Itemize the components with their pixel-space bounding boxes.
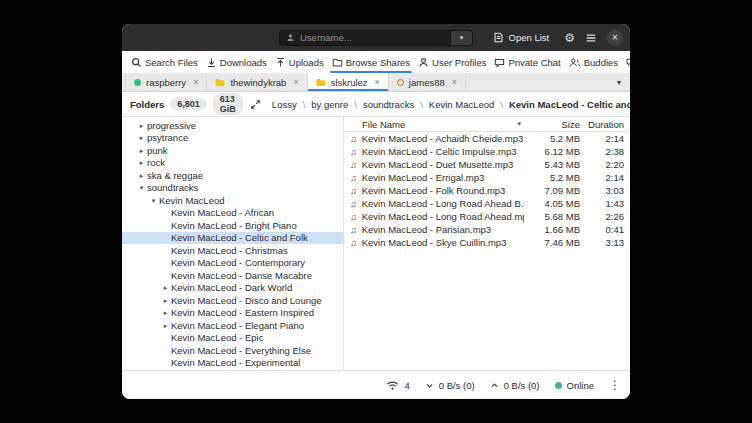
upload-rate-status[interactable]: 0 B/s (0) — [490, 380, 540, 391]
buddies-icon — [569, 57, 581, 68]
file-size: 6.12 MB — [524, 146, 580, 157]
file-row[interactable]: Kevin MacLeod - Duet Musette.mp3 5.43 MB… — [344, 158, 630, 171]
close-icon[interactable]: × — [193, 77, 198, 87]
tree-folder-label: Kevin MacLeod - Everything Else — [171, 345, 311, 356]
music-note-icon — [350, 225, 357, 235]
tab-private-chat[interactable]: Private Chat — [490, 51, 564, 73]
user-tab-james88[interactable]: james88 × — [389, 73, 466, 91]
user-tab-thewindykrab[interactable]: thewindykrab × — [207, 73, 307, 91]
file-row[interactable]: Kevin MacLeod - Parisian.mp3 1.66 MB 0:4… — [344, 223, 630, 236]
tree-folder-label: Kevin MacLeod - Experimental — [171, 357, 300, 368]
tree-expander-icon[interactable] — [136, 147, 147, 154]
breadcrumb-item[interactable]: Lossy — [272, 99, 297, 110]
close-window-button[interactable]: × — [607, 30, 623, 46]
tree-folder-row[interactable]: Kevin MacLeod - Bright Piano — [122, 219, 343, 232]
tree-expander-icon[interactable] — [160, 284, 171, 291]
tree-folder-row[interactable]: Kevin MacLeod - Contemporary — [122, 257, 343, 270]
close-icon[interactable]: × — [293, 77, 298, 87]
connections-status[interactable]: 4 — [386, 380, 409, 391]
tab-label: User Profiles — [432, 57, 486, 68]
tree-expander-icon[interactable] — [160, 322, 171, 329]
tree-folder-row[interactable]: Kevin MacLeod — [122, 194, 343, 207]
breadcrumb-item[interactable]: soundtracks — [363, 99, 414, 110]
username-dropdown-button[interactable]: ▾ — [451, 30, 473, 46]
hamburger-menu-icon[interactable] — [585, 33, 597, 43]
username-input[interactable] — [300, 32, 444, 43]
folder-tree[interactable]: progressive psytrance punk rock ska & re… — [122, 117, 344, 370]
tree-folder-row[interactable]: Kevin MacLeod - Danse Macabre — [122, 269, 343, 282]
open-list-button[interactable]: Open List — [488, 30, 555, 45]
music-note-icon — [350, 238, 357, 248]
tree-folder-label: Kevin MacLeod - Christmas — [171, 245, 288, 256]
tree-folder-row[interactable]: Kevin MacLeod - Experimental — [122, 357, 343, 370]
download-rate-status[interactable]: 0 B/s (0) — [425, 380, 475, 391]
tree-expander-icon[interactable] — [136, 122, 147, 129]
tree-expander-icon[interactable] — [136, 172, 147, 179]
close-icon[interactable]: × — [452, 77, 457, 87]
tab-uploads[interactable]: Uploads — [271, 51, 328, 73]
breadcrumb-item[interactable]: by genre — [311, 99, 348, 110]
tree-folder-row[interactable]: progressive — [122, 119, 343, 132]
tree-folder-row[interactable]: Kevin MacLeod - Christmas — [122, 244, 343, 257]
file-row[interactable]: Kevin MacLeod - Long Road Ahead.mp3 5.68… — [344, 210, 630, 223]
tree-expander-icon[interactable] — [160, 297, 171, 304]
file-row[interactable]: Kevin MacLeod - Long Road Ahead B.mp3 4.… — [344, 197, 630, 210]
tree-folder-row[interactable]: Kevin MacLeod - Celtic and Folk — [122, 232, 343, 245]
file-row[interactable]: Kevin MacLeod - Achaidh Cheide.mp3 5.2 M… — [344, 132, 630, 145]
column-header-duration[interactable]: Duration — [580, 119, 624, 130]
username-entry[interactable] — [279, 30, 451, 46]
close-icon[interactable]: × — [375, 77, 380, 87]
tree-folder-row[interactable]: Kevin MacLeod - Dark World — [122, 282, 343, 295]
tree-folder-label: Kevin MacLeod - Elegant Piano — [171, 320, 304, 331]
tree-folder-row[interactable]: Kevin MacLeod - Everything Else — [122, 344, 343, 357]
chevron-down-icon: ▾ — [460, 34, 464, 42]
chevron-down-icon — [425, 381, 434, 390]
tree-folder-label: Kevin MacLeod - Disco and Lounge — [171, 295, 322, 306]
tree-folder-row[interactable]: rock — [122, 157, 343, 170]
tree-expander-icon[interactable] — [136, 134, 147, 141]
tree-folder-row[interactable]: punk — [122, 144, 343, 157]
tab-downloads[interactable]: Downloads — [202, 51, 271, 73]
tree-folder-label: psytrance — [147, 132, 188, 143]
tree-expander-icon[interactable] — [148, 197, 159, 204]
tab-browse-shares[interactable]: Browse Shares — [328, 51, 414, 73]
titlebar[interactable]: ▾ Open List ⚙ × — [122, 24, 630, 51]
breadcrumb-item-current[interactable]: Kevin MacLeod - Celtic and Folk ▾ — [509, 99, 630, 110]
kebab-menu-icon[interactable]: ⋮ — [609, 379, 621, 391]
file-row[interactable]: Kevin MacLeod - Celtic Impulse.mp3 6.12 … — [344, 145, 630, 158]
tree-folder-row[interactable]: Kevin MacLeod - Elegant Piano — [122, 319, 343, 332]
tree-folder-row[interactable]: Kevin MacLeod - Eastern Inspired — [122, 307, 343, 320]
tab-user-profiles[interactable]: User Profiles — [414, 51, 490, 73]
column-header-size[interactable]: Size — [524, 119, 580, 130]
user-tab-raspberry[interactable]: raspberry × — [125, 73, 207, 91]
column-header-file-name[interactable]: File Name ▾ — [350, 119, 524, 130]
file-row[interactable]: Kevin MacLeod - Folk Round.mp3 7.09 MB 3… — [344, 184, 630, 197]
gear-icon[interactable]: ⚙ — [564, 32, 575, 44]
tree-folder-label: rock — [147, 157, 165, 168]
tree-expander-icon[interactable] — [136, 184, 147, 191]
connection-status[interactable]: Online — [555, 380, 594, 391]
tree-expander-icon[interactable] — [160, 309, 171, 316]
shares-folder-icon — [316, 78, 326, 87]
user-tab-slskrulez[interactable]: slskrulez × — [308, 73, 389, 91]
tab-chat-rooms[interactable]: Chat Rooms — [622, 51, 630, 73]
tab-overflow-button[interactable]: ▾ — [608, 78, 630, 87]
tab-search-files[interactable]: Search Files — [127, 51, 202, 73]
tree-folder-row[interactable]: Kevin MacLeod - Disco and Lounge — [122, 294, 343, 307]
tree-folder-row[interactable]: Kevin MacLeod - African — [122, 207, 343, 220]
tree-folder-row[interactable]: ska & reggae — [122, 169, 343, 182]
tab-buddies[interactable]: Buddies — [565, 51, 622, 73]
file-list-pane: File Name ▾ Size Duration Kevin MacLeod … — [344, 117, 630, 370]
expand-all-icon[interactable] — [250, 99, 261, 110]
tree-expander-icon[interactable] — [136, 159, 147, 166]
file-row[interactable]: Kevin MacLeod - Errigal.mp3 5.2 MB 2:14 — [344, 171, 630, 184]
breadcrumb-item[interactable]: Kevin MacLeod — [429, 99, 494, 110]
tree-folder-label: soundtracks — [147, 182, 198, 193]
tree-folder-label: Kevin MacLeod - Danse Macabre — [171, 270, 312, 281]
tree-folder-row[interactable]: soundtracks — [122, 182, 343, 195]
file-name: Kevin MacLeod - Long Road Ahead B.mp3 — [362, 198, 524, 209]
file-row[interactable]: Kevin MacLeod - Skye Cuillin.mp3 7.46 MB… — [344, 236, 630, 249]
tree-folder-row[interactable]: Kevin MacLeod - Epic — [122, 332, 343, 345]
file-name: Kevin MacLeod - Parisian.mp3 — [362, 224, 491, 235]
tree-folder-row[interactable]: psytrance — [122, 132, 343, 145]
